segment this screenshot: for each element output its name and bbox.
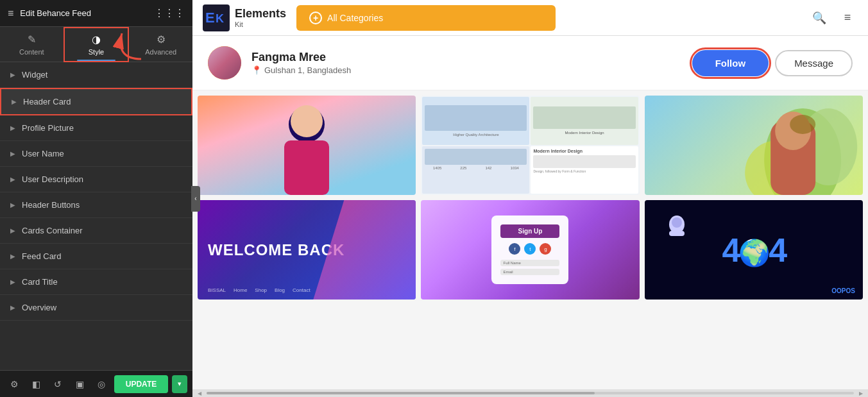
card-6-text: 4🌍4 [722, 231, 785, 269]
sidebar-item-overview[interactable]: ▶ Overview [0, 295, 192, 321]
all-categories-button[interactable]: + All Categories [296, 5, 555, 31]
cards-grid-area: Higher Quality Architecture Modern Inter… [192, 90, 868, 389]
user-description-chevron: ▶ [10, 176, 15, 183]
sidebar-item-header-card[interactable]: ▶ Header Card [0, 88, 192, 115]
elements-kit-logo-icon: E K [203, 4, 230, 31]
feed-card-chevron: ▶ [10, 253, 15, 260]
menu-icon[interactable]: ≡ [837, 8, 858, 28]
card-title-chevron: ▶ [10, 278, 15, 285]
sidebar-item-feed-card[interactable]: ▶ Feed Card [0, 244, 192, 269]
update-dropdown-button[interactable]: ▾ [172, 375, 187, 393]
header-card-chevron: ▶ [12, 98, 17, 105]
card-1-figure [271, 105, 342, 195]
message-button[interactable]: Message [775, 50, 853, 76]
card-2-sub-2: Modern Interior Design [531, 97, 638, 145]
card-4-stats: BISSALHomeShopBlogContact [208, 287, 311, 293]
location-pin-icon: 📍 [251, 65, 262, 75]
hamburger-icon[interactable]: ≡ [8, 8, 13, 19]
svg-rect-15 [669, 231, 685, 236]
cards-container-label: Cards Container [22, 226, 83, 235]
feed-card-4[interactable]: WELCOME BACK BISSALHomeShopBlogContact [198, 200, 416, 300]
top-bar: ≡ Edit Behance Feed ⋮⋮⋮ [0, 0, 192, 27]
profile-name: Fangma Mree [251, 51, 692, 64]
sidebar-item-profile-picture[interactable]: ▶ Profile Picture [0, 115, 192, 141]
card-5-form: Sign Up f t g Full Name Email [491, 215, 568, 284]
feed-card-1[interactable] [198, 96, 416, 195]
widget-chevron: ▶ [10, 71, 15, 78]
tabs-row: ✎ Content ◑ Style ⚙ Advanced [0, 27, 192, 62]
advanced-tab-icon: ⚙ [157, 33, 166, 46]
top-bar-left: ≡ Edit Behance Feed [8, 8, 91, 19]
card-2-sub-1: Higher Quality Architecture [422, 97, 529, 145]
feed-card-2[interactable]: Higher Quality Architecture Modern Inter… [421, 96, 639, 195]
location-text: Gulshan 1, Bangladesh [264, 65, 351, 75]
editor-title: Edit Behance Feed [20, 8, 91, 18]
avatar-image [208, 46, 241, 80]
history-icon[interactable]: ↺ [49, 375, 67, 393]
header-buttons-label: Header Buttons [22, 200, 80, 210]
settings-icon[interactable]: ⚙ [5, 375, 23, 393]
profile-picture-chevron: ▶ [10, 124, 15, 131]
sidebar-content: ▶ Widget ▶ Header Card ▶ Profile Picture… [0, 62, 192, 370]
feed-card-3[interactable] [645, 96, 863, 195]
sidebar-item-cards-container[interactable]: ▶ Cards Container [0, 218, 192, 244]
sidebar-item-header-buttons[interactable]: ▶ Header Buttons [0, 192, 192, 218]
style-tab-icon: ◑ [92, 33, 101, 46]
card-2-sub-4: Modern Interior Design Design, followed … [531, 146, 638, 194]
sidebar-item-card-title[interactable]: ▶ Card Title [0, 269, 192, 295]
search-icon[interactable]: 🔍 [809, 8, 830, 28]
scroll-left[interactable]: ◀ [198, 391, 201, 396]
logo-area: E K Elements Kit [203, 4, 286, 31]
sidebar-item-widget[interactable]: ▶ Widget [0, 62, 192, 88]
scroll-right[interactable]: ▶ [859, 391, 863, 396]
avatar [208, 46, 241, 80]
user-description-label: User Description [22, 174, 83, 184]
header-card-label: Header Card [23, 97, 71, 106]
profile-location: 📍 Gulshan 1, Bangladesh [251, 65, 692, 75]
user-name-label: User Name [22, 149, 64, 158]
card-title-label: Card Title [22, 277, 58, 287]
logo-brand: Elements [235, 7, 286, 21]
card-6-label: OOPOS [831, 287, 855, 294]
tab-style[interactable]: ◑ Style [64, 27, 130, 62]
feed-card-5[interactable]: Sign Up f t g Full Name Email [421, 200, 639, 300]
content-tab-icon: ✎ [28, 33, 36, 46]
tab-advanced[interactable]: ⚙ Advanced [129, 28, 192, 61]
follow-btn-wrapper: Follow [692, 50, 769, 76]
svg-point-12 [790, 115, 815, 134]
layers-icon[interactable]: ◧ [27, 375, 45, 393]
cards-grid: Higher Quality Architecture Modern Inter… [198, 96, 863, 300]
user-name-chevron: ▶ [10, 150, 15, 157]
grid-icon[interactable]: ⋮⋮⋮ [154, 7, 185, 19]
svg-text:K: K [216, 12, 224, 25]
header-buttons-chevron: ▶ [10, 201, 15, 208]
card-4-image: WELCOME BACK BISSALHomeShopBlogContact [198, 200, 416, 300]
scroll-track [207, 392, 854, 394]
sidebar-item-user-name[interactable]: ▶ User Name [0, 141, 192, 167]
card-2-sub-3: 14052251421034 [422, 146, 529, 194]
left-panel: ≡ Edit Behance Feed ⋮⋮⋮ ✎ Content ◑ Styl… [0, 0, 192, 397]
bottom-scroll-bar: ◀ ▶ [192, 389, 868, 397]
tab-content-label: Content [19, 48, 44, 56]
feed-card-6[interactable]: 4🌍4 OOPOS [645, 200, 863, 300]
update-button[interactable]: UPDATE [114, 375, 168, 393]
tab-content[interactable]: ✎ Content [0, 28, 64, 61]
responsive-icon[interactable]: ▣ [71, 375, 89, 393]
follow-button[interactable]: Follow [692, 50, 769, 76]
overview-chevron: ▶ [10, 304, 15, 311]
categories-label: All Categories [327, 13, 383, 23]
profile-picture-label: Profile Picture [22, 123, 74, 133]
svg-point-6 [291, 105, 323, 137]
card-4-text: WELCOME BACK [208, 241, 345, 259]
tab-style-label: Style [89, 48, 104, 56]
card-6-astronaut [664, 213, 690, 241]
sidebar-item-user-description[interactable]: ▶ User Description [0, 167, 192, 192]
logo-text-area: Elements Kit [235, 7, 286, 28]
collapse-handle[interactable]: ‹ [191, 186, 200, 212]
card-6-image: 4🌍4 OOPOS [645, 200, 863, 300]
logo-sub: Kit [235, 21, 286, 28]
preview-icon[interactable]: ◎ [92, 375, 110, 393]
plus-circle-icon: + [309, 12, 322, 24]
scroll-thumb [207, 392, 595, 394]
svg-text:E: E [205, 10, 215, 26]
